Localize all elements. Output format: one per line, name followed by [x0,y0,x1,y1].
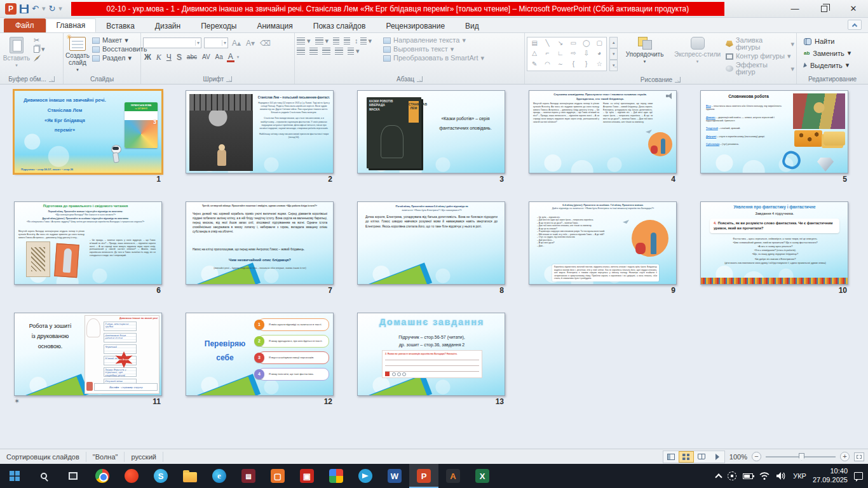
find-button[interactable]: Найти [804,37,866,46]
taskbar-app-word[interactable]: W [380,464,409,488]
hidden-icons-chevron[interactable] [715,473,722,480]
taskbar-app-pdf-reader[interactable]: ▢ [263,464,292,488]
columns-button[interactable]: ▾ [348,48,360,55]
numbering-button[interactable]: ▾ [315,37,329,44]
align-left-button[interactable] [297,48,305,55]
clear-formatting-button[interactable]: ⌫ [259,38,272,48]
start-button[interactable] [0,464,29,488]
section-button[interactable]: Раздел ▾ [92,55,147,62]
taskbar-app-chrome[interactable] [88,464,117,488]
italic-button[interactable]: К [155,52,163,62]
shapes-gallery[interactable]: ▤╲↘▭◯▢ △⌐∟⇨⇩◕ ✎◠～{}☆ [527,37,607,71]
bold-button[interactable]: Ж [143,52,153,62]
tab-animations[interactable]: Анимация [247,20,302,32]
minimize-button[interactable]: — [780,0,810,17]
slide-thumbnail-4[interactable]: Слухання оповідання. Прослухати текст і … [529,90,677,173]
slide-thumbnail-9[interactable]: 6-й абзац (діалог). Прочитати за особами… [529,201,677,285]
tab-transitions[interactable]: Переходы [191,20,247,32]
shape-star-icon[interactable]: ☆ [597,60,602,67]
grow-font-button[interactable]: A▴ [231,38,242,48]
tab-design[interactable]: Дизайн [145,20,191,32]
zoom-slider-thumb[interactable] [799,453,804,461]
shape-line-icon[interactable]: ╲ [546,39,550,46]
slideshow-button[interactable] [709,451,724,463]
character-spacing-button[interactable]: AV [201,52,212,62]
reading-view-button[interactable] [694,451,709,463]
taskbar-app-powerpoint[interactable]: P [409,464,438,488]
new-slide-button[interactable]: Создать слайд ▾ [65,34,90,74]
tab-review[interactable]: Рецензирование [376,20,455,32]
clock[interactable]: 10:4027.09.2025 [813,467,848,485]
shape-effects-button[interactable]: Эффекты фигур ▾ [726,62,794,76]
arrange-button[interactable]: Упорядочить ▾ [620,34,669,76]
slide-thumbnail-5[interactable]: Словникова робота Віск – пластична маса … [700,90,848,173]
cut-button[interactable]: ✂ [34,37,45,44]
powerpoint-app-icon[interactable]: P [5,3,17,15]
action-center-icon[interactable] [854,472,863,480]
slide-thumbnail-3[interactable]: КАЗКИ РОБОТІВКІБЕРІАДАМАСКА СТАНІСЛАВ ЛЕ… [357,90,505,173]
shape-elbow-icon[interactable]: ⌐ [546,50,550,57]
slide-thumbnail-2[interactable]: Станіслав Лем – польський письменник-фан… [186,90,334,173]
reset-button[interactable]: Восстановить [92,46,147,53]
shape-roundrect-icon[interactable]: ▢ [596,39,602,46]
slide-thumbnail-10[interactable]: Уявлення про фантастику і фантастичне За… [700,201,848,285]
zoom-in-button[interactable]: + [840,452,850,461]
layout-button[interactable]: Макет ▾ [92,37,147,44]
slide-thumbnail-8[interactable]: П'ятий абзац. Прочитайте мовчки 5-й абза… [357,201,505,285]
shape-curve-icon[interactable]: ～ [557,60,564,69]
battery-icon[interactable] [743,473,753,479]
shape-arc-icon[interactable]: ◠ [545,60,550,67]
slide-thumbnail-6[interactable]: Підготовка до правильного і свідомого чи… [14,201,162,285]
strikethrough-button[interactable]: abc [186,52,198,62]
keyboard-language[interactable]: УКР [793,472,806,480]
slide-sorter-area[interactable]: Дивимося інакше на звичайні речі.Станісл… [0,85,868,449]
shrink-font-button[interactable]: A▾ [245,38,256,48]
bullets-button[interactable]: ▾ [297,37,311,44]
redo-icon[interactable]: ↻ [48,4,55,13]
shape-scribble-icon[interactable]: ✎ [532,60,537,67]
replace-button[interactable]: abЗаменить ▾ [804,48,866,58]
taskbar-app-adobe[interactable]: ▣ [292,464,322,488]
scroll-down-icon[interactable]: ▼ [609,48,618,60]
tab-home[interactable]: Главная [46,18,97,32]
shape-triangle-icon[interactable]: △ [532,50,537,57]
change-case-button[interactable]: Aa [214,52,224,62]
underline-button[interactable]: Ч [165,52,173,62]
zoom-slider[interactable] [766,456,836,458]
taskbar-app-edge[interactable]: e [205,464,234,488]
gallery-more-icon[interactable]: ▼̲ [609,60,618,71]
taskbar-app-excel[interactable]: X [468,464,497,488]
tab-insert[interactable]: Вставка [96,20,145,32]
save-icon[interactable] [20,4,29,13]
shape-brace-right-icon[interactable]: } [585,60,587,67]
taskbar-app-file-explorer[interactable] [175,464,205,488]
tab-file[interactable]: Файл [4,18,46,32]
align-text-button[interactable]: Выровнять текст ▾ [383,46,484,53]
close-button[interactable]: ✕ [839,0,868,17]
font-color-button[interactable]: А [227,53,234,62]
dialog-launcher-icon[interactable] [675,77,681,83]
shape-pie-icon[interactable]: ◕ [597,50,601,57]
format-painter-button[interactable] [34,55,45,62]
shape-oval-icon[interactable]: ◯ [583,39,590,46]
status-theme[interactable]: "Волна" [86,452,125,462]
taskbar-app-yandex-browser[interactable] [117,464,146,488]
decrease-indent-button[interactable] [333,37,339,44]
font-name-combo[interactable]: ▾ [143,37,201,48]
shapes-gallery-scrollbar[interactable]: ▲▼▼̲ [609,37,618,71]
slide-thumbnail-1[interactable]: Дивимося інакше на звичайні речі.Станісл… [14,90,162,173]
font-color-dropdown-icon[interactable]: ▾ [237,55,240,60]
taskbar-app-skype[interactable]: S [146,464,175,488]
status-language[interactable]: русский [125,452,163,462]
copy-button[interactable]: ▾ [34,46,45,53]
collapse-ribbon-button[interactable] [848,20,862,30]
shape-textbox-icon[interactable]: ▤ [531,39,537,46]
zoom-out-button[interactable]: − [752,452,761,461]
paste-button[interactable]: Вставить ▾ [2,34,31,74]
taskbar-app-telegram[interactable] [351,464,380,488]
taskbar-app-photos[interactable] [322,464,351,488]
shape-rect-icon[interactable]: ▭ [571,39,576,46]
normal-view-button[interactable] [663,451,679,463]
taskbar-app-avast[interactable]: A [438,464,468,488]
shape-connector-icon[interactable]: ∟ [557,50,564,57]
